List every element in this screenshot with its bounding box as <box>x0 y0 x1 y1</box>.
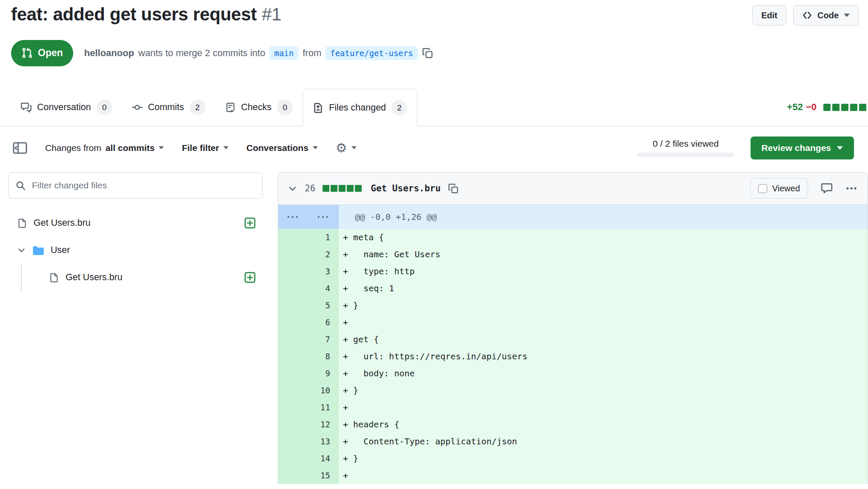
diff-line-code: + seq: 1 <box>339 280 868 297</box>
files-viewed-bar <box>637 153 734 157</box>
pr-header: feat: added get users request#1 Edit Cod… <box>0 0 868 66</box>
expand-diff-button[interactable]: ··· <box>278 205 308 229</box>
author-login[interactable]: helloanoop <box>84 48 134 59</box>
diff-line: 5 + } <box>278 297 868 314</box>
diffstat-block <box>850 104 857 111</box>
kebab-horizontal-icon <box>845 182 857 194</box>
chevron-down-icon <box>351 146 357 149</box>
file-filter-dropdown[interactable]: File filter <box>182 143 228 153</box>
collapse-sidebar-button[interactable] <box>13 142 27 154</box>
diff-line-code: + <box>339 314 868 331</box>
diffstat-block <box>832 104 839 111</box>
diff-line-code: + } <box>339 382 868 399</box>
copy-icon <box>448 183 459 194</box>
chevron-down-icon <box>223 146 228 149</box>
diff-line-number[interactable]: 9 <box>278 365 339 382</box>
diff-line: 4 + seq: 1 <box>278 280 868 297</box>
tab-label: Conversation <box>37 102 91 113</box>
file-tree-sidebar: Get Users.bru User <box>9 172 263 291</box>
diffstat: +52 −0 <box>787 102 866 113</box>
code-button[interactable]: Code <box>793 5 859 26</box>
diff-line-code: + } <box>339 297 868 314</box>
diff-line-number[interactable]: 10 <box>278 382 339 399</box>
diff-line: 14 + } <box>278 450 868 467</box>
diff-line-code: + headers { <box>339 416 868 433</box>
diff-line-number[interactable]: 1 <box>278 229 339 246</box>
expand-diff-button[interactable]: ··· <box>308 205 339 229</box>
diff-file-name[interactable]: Get Users.bru <box>371 183 440 193</box>
pr-byline: helloanoop wants to merge 2 commits into… <box>84 46 433 60</box>
hunk-gutter: ··· ··· <box>278 205 339 229</box>
changes-from-value: all commits <box>106 143 155 153</box>
file-tree: Get Users.bru User <box>9 210 263 291</box>
chevron-down-icon <box>837 146 843 150</box>
base-branch-label[interactable]: main <box>269 46 298 60</box>
collapse-file-button[interactable] <box>288 184 297 193</box>
code-icon <box>802 10 812 20</box>
pr-files-changed-page: feat: added get users request#1 Edit Cod… <box>0 0 868 489</box>
tab-files-changed[interactable]: Files changed 2 <box>303 89 417 126</box>
tab-commits[interactable]: Commits 2 <box>122 89 215 126</box>
file-added-icon <box>244 217 256 229</box>
tab-checks[interactable]: Checks 0 <box>215 89 303 126</box>
diffstat-block <box>339 185 345 192</box>
conversations-dropdown[interactable]: Conversations <box>246 143 318 153</box>
diff-line-number[interactable]: 2 <box>278 246 339 263</box>
diff-line: 8 + url: https://reqres.in/api/users <box>278 348 868 365</box>
tab-label: Checks <box>241 102 272 113</box>
diff-line-code: + body: none <box>339 365 868 382</box>
tree-item-root-file[interactable]: Get Users.bru <box>9 210 263 237</box>
head-branch-label[interactable]: feature/get-users <box>326 46 417 60</box>
diff-line-code: + Content-Type: application/json <box>339 433 868 450</box>
review-changes-button[interactable]: Review changes <box>751 136 854 159</box>
diff-line-number[interactable]: 13 <box>278 433 339 450</box>
file-options-kebab-button[interactable] <box>845 182 857 194</box>
diffstat-block <box>823 104 831 111</box>
diff-line-number[interactable]: 11 <box>278 399 339 416</box>
tree-item-folder-user[interactable]: User <box>9 237 263 264</box>
deletions-count: −0 <box>806 102 817 113</box>
byline-text: wants to merge 2 commits into <box>138 48 265 59</box>
file-filter-label: File filter <box>182 143 219 153</box>
diff-line-number[interactable]: 5 <box>278 297 339 314</box>
diff-line-number[interactable]: 6 <box>278 314 339 331</box>
copy-file-path-button[interactable] <box>448 183 459 194</box>
sidebar-collapse-icon <box>13 142 27 154</box>
filter-changed-files-input[interactable] <box>9 172 263 199</box>
diff-line-number[interactable]: 7 <box>278 331 339 348</box>
file-icon <box>17 218 27 228</box>
comment-on-file-button[interactable] <box>821 182 833 194</box>
diff-line-number[interactable]: 14 <box>278 450 339 467</box>
search-icon <box>15 180 26 191</box>
diff-line-number[interactable]: 12 <box>278 416 339 433</box>
changes-from-dropdown[interactable]: Changes from all commits <box>45 143 164 153</box>
diff-line: 13 + Content-Type: application/json <box>278 433 868 450</box>
diff-hunk-header: ··· ··· @@ -0,0 +1,26 @@ <box>278 205 868 229</box>
files-viewed-label: 0 / 2 files viewed <box>653 139 719 149</box>
viewed-label: Viewed <box>772 184 800 193</box>
diff-line-code: + } <box>339 450 868 467</box>
diff-line: 9 + body: none <box>278 365 868 382</box>
tab-counter: 0 <box>97 100 112 115</box>
diff-line-number[interactable]: 3 <box>278 263 339 280</box>
gear-icon: ⚙ <box>336 142 347 154</box>
diff-line: 10 + } <box>278 382 868 399</box>
tab-conversation[interactable]: Conversation 0 <box>11 89 122 126</box>
comment-icon <box>821 182 833 194</box>
diff-line-number[interactable]: 8 <box>278 348 339 365</box>
diff-line-code: + url: https://reqres.in/api/users <box>339 348 868 365</box>
diffstat-block <box>331 185 337 192</box>
viewed-checkbox[interactable] <box>758 184 767 193</box>
diff-line-code: + name: Get Users <box>339 246 868 263</box>
diff-settings-dropdown[interactable]: ⚙ <box>336 142 357 154</box>
diff-line-number[interactable]: 15 <box>278 467 339 484</box>
tree-item-nested-file[interactable]: Get Users.bru <box>22 264 263 291</box>
viewed-toggle-button[interactable]: Viewed <box>750 178 808 199</box>
chevron-down-icon <box>288 184 297 193</box>
edit-button[interactable]: Edit <box>752 5 786 26</box>
diff-line: 6 + <box>278 314 868 331</box>
diff-line: 3 + type: http <box>278 263 868 280</box>
copy-branch-button[interactable] <box>422 48 433 59</box>
diff-line-number[interactable]: 4 <box>278 280 339 297</box>
diff-line: 15 + <box>278 467 868 484</box>
